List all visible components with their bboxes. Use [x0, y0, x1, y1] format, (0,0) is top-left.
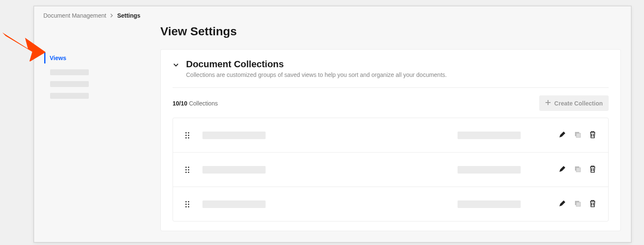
page-title: View Settings	[160, 25, 621, 38]
copy-icon	[574, 200, 581, 208]
svg-point-2	[188, 132, 189, 133]
duplicate-button[interactable]	[574, 165, 581, 174]
collection-row	[173, 187, 608, 221]
settings-sidebar: Views	[43, 25, 160, 231]
pencil-icon	[559, 165, 566, 174]
svg-point-22	[188, 206, 189, 207]
svg-rect-16	[576, 168, 580, 172]
sidebar-item-placeholder	[50, 81, 89, 87]
collections-list	[173, 118, 609, 221]
svg-marker-0	[3, 31, 45, 61]
svg-point-12	[188, 169, 189, 170]
copy-icon	[574, 165, 581, 174]
create-collection-button[interactable]: Create Collection	[539, 95, 609, 111]
trash-icon	[589, 200, 596, 208]
svg-point-5	[185, 137, 186, 138]
svg-point-6	[188, 137, 189, 138]
svg-point-18	[188, 201, 189, 202]
sidebar-item-label: Views	[50, 55, 66, 61]
drag-handle-icon[interactable]	[185, 166, 190, 174]
panel-subtitle: Collections are customized groups of sav…	[186, 71, 447, 78]
delete-button[interactable]	[589, 200, 596, 208]
sidebar-item-placeholder	[50, 69, 89, 75]
collection-name-placeholder	[202, 200, 266, 208]
copy-icon	[574, 131, 581, 140]
sidebar-item-views[interactable]: Views	[44, 53, 160, 63]
pencil-icon	[559, 131, 566, 140]
drag-handle-icon[interactable]	[185, 132, 190, 139]
collection-meta-placeholder	[458, 132, 521, 139]
collection-meta-placeholder	[458, 166, 521, 174]
svg-point-17	[185, 201, 186, 202]
collection-row	[173, 153, 608, 187]
app-window: Document Management Settings Views View …	[34, 6, 631, 242]
svg-point-1	[185, 132, 186, 133]
svg-point-13	[185, 171, 186, 173]
edit-button[interactable]	[559, 165, 566, 174]
svg-point-19	[185, 203, 186, 205]
trash-icon	[589, 131, 596, 140]
edit-button[interactable]	[559, 131, 566, 140]
panel-title: Document Collections	[186, 59, 447, 70]
chevron-down-icon[interactable]	[173, 61, 179, 70]
annotation-arrow	[3, 28, 45, 63]
delete-button[interactable]	[589, 165, 596, 174]
svg-point-4	[188, 134, 189, 136]
collection-row	[173, 118, 608, 153]
drag-handle-icon[interactable]	[185, 200, 190, 208]
svg-point-10	[188, 166, 189, 168]
chevron-right-icon	[109, 13, 114, 18]
svg-point-21	[185, 206, 186, 207]
svg-rect-8	[576, 133, 580, 137]
svg-rect-24	[576, 202, 580, 206]
collections-panel: Document Collections Collections are cus…	[160, 49, 621, 231]
breadcrumb-current: Settings	[117, 12, 140, 19]
svg-point-9	[185, 166, 186, 168]
create-button-label: Create Collection	[554, 100, 603, 107]
svg-point-3	[185, 134, 186, 136]
collections-count: 10/10 Collections	[173, 100, 218, 107]
svg-point-11	[185, 169, 186, 170]
svg-point-14	[188, 171, 189, 173]
sidebar-item-placeholder	[50, 93, 89, 99]
plus-icon	[545, 100, 551, 107]
main-content: View Settings Document Collections Colle…	[160, 25, 623, 231]
breadcrumb-root[interactable]: Document Management	[43, 12, 106, 19]
collection-meta-placeholder	[458, 200, 521, 208]
collection-name-placeholder	[202, 132, 266, 139]
duplicate-button[interactable]	[574, 200, 581, 208]
pencil-icon	[559, 200, 566, 208]
duplicate-button[interactable]	[574, 131, 581, 140]
trash-icon	[589, 165, 596, 174]
edit-button[interactable]	[559, 200, 566, 208]
breadcrumb: Document Management Settings	[34, 6, 631, 25]
svg-point-20	[188, 203, 189, 205]
collection-name-placeholder	[202, 166, 266, 174]
delete-button[interactable]	[589, 131, 596, 140]
